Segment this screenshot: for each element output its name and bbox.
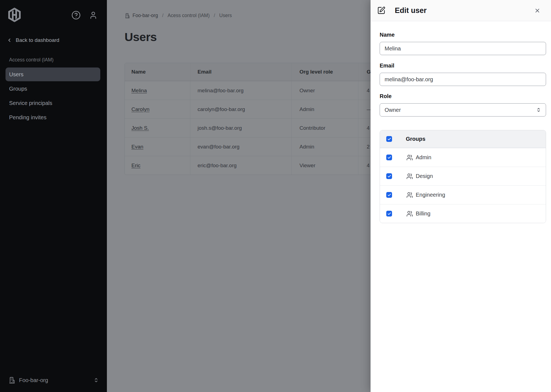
sidebar-item-groups[interactable]: Groups xyxy=(6,82,100,96)
email-input[interactable] xyxy=(380,73,546,86)
sidebar: Back to dashboard Access control (IAM) U… xyxy=(0,0,107,392)
group-label: Design xyxy=(416,173,433,179)
check-icon xyxy=(387,193,391,197)
edit-icon xyxy=(377,6,385,15)
role-label: Role xyxy=(380,93,546,100)
org-switcher[interactable]: Foo-bar-org xyxy=(8,377,99,384)
groups-panel: Groups Admin xyxy=(380,130,546,223)
check-icon xyxy=(387,137,391,141)
sidebar-top-actions xyxy=(71,10,98,20)
users-group-icon xyxy=(406,192,413,198)
users-group-icon xyxy=(406,210,413,217)
chevrons-up-down-icon xyxy=(536,107,541,113)
sidebar-item-label: Users xyxy=(9,71,23,78)
group-row-billing: Billing xyxy=(380,204,546,223)
edit-user-drawer: Edit user Name Email Role Owner xyxy=(371,0,551,392)
sidebar-item-label: Groups xyxy=(9,86,27,92)
back-to-dashboard-link[interactable]: Back to dashboard xyxy=(7,37,59,43)
sidebar-item-label: Pending invites xyxy=(9,114,47,121)
group-checkbox[interactable] xyxy=(386,211,392,217)
help-button[interactable] xyxy=(71,10,81,20)
group-checkbox[interactable] xyxy=(386,192,392,198)
role-select[interactable]: Owner xyxy=(380,103,546,117)
drawer-header: Edit user xyxy=(371,0,551,21)
name-label: Name xyxy=(380,31,546,38)
users-group-icon xyxy=(406,154,413,161)
drawer-body: Name Email Role Owner Groups xyxy=(371,31,551,223)
help-icon xyxy=(71,10,81,20)
sidebar-nav: Users Groups Service principals Pending … xyxy=(6,67,100,124)
email-label: Email xyxy=(380,62,546,69)
drawer-title: Edit user xyxy=(395,6,427,15)
users-group-icon xyxy=(406,173,413,180)
close-icon xyxy=(534,7,541,14)
hashicorp-logo-icon xyxy=(7,7,22,23)
group-row-engineering: Engineering xyxy=(380,185,546,204)
back-to-dashboard-label: Back to dashboard xyxy=(16,37,59,43)
org-building-icon xyxy=(8,377,15,384)
user-menu-button[interactable] xyxy=(89,11,98,20)
role-select-value: Owner xyxy=(385,107,401,113)
groups-select-all-checkbox[interactable] xyxy=(386,136,392,142)
group-row-admin: Admin xyxy=(380,148,546,167)
chevron-left-icon xyxy=(7,37,12,43)
group-row-design: Design xyxy=(380,167,546,185)
sidebar-item-pending-invites[interactable]: Pending invites xyxy=(6,110,100,124)
check-icon xyxy=(387,174,391,178)
group-label: Billing xyxy=(416,210,430,217)
close-button[interactable] xyxy=(534,7,541,14)
chevrons-up-down-icon xyxy=(93,377,99,383)
sidebar-item-users[interactable]: Users xyxy=(6,67,100,81)
group-checkbox[interactable] xyxy=(386,173,392,179)
group-label: Engineering xyxy=(416,192,445,198)
groups-panel-header: Groups xyxy=(380,130,546,148)
check-icon xyxy=(387,212,391,216)
sidebar-section-label: Access control (IAM) xyxy=(9,57,53,63)
sidebar-item-service-principals[interactable]: Service principals xyxy=(6,96,100,110)
app-window: Back to dashboard Access control (IAM) U… xyxy=(0,0,551,392)
sidebar-item-label: Service principals xyxy=(9,100,52,106)
user-icon xyxy=(89,11,98,20)
group-checkbox[interactable] xyxy=(386,155,392,160)
groups-panel-title: Groups xyxy=(406,136,425,142)
group-label: Admin xyxy=(416,154,431,161)
check-icon xyxy=(387,156,391,159)
org-switcher-label: Foo-bar-org xyxy=(19,377,48,383)
name-input[interactable] xyxy=(380,42,546,55)
